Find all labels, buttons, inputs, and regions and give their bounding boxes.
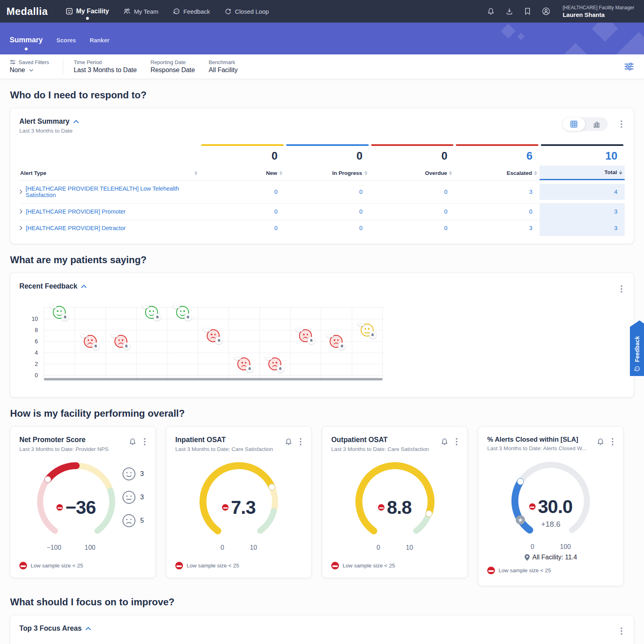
cell-new[interactable]: 0 [200, 220, 285, 236]
alert-card-menu-icon[interactable] [619, 119, 624, 129]
comment-bubble-icon[interactable]: ··· [204, 326, 211, 332]
comment-bubble-icon[interactable]: ··· [234, 355, 241, 360]
user-info[interactable]: [HEALTHCARE] Facility Manager Lauren Sha… [563, 5, 634, 18]
sort-icon[interactable] [449, 171, 452, 175]
sort-icon[interactable] [279, 171, 283, 175]
nav-my-team[interactable]: My Team [123, 0, 158, 23]
comment-bubble-icon[interactable]: ··· [173, 303, 180, 308]
table-view-button[interactable] [563, 117, 585, 131]
cell-total[interactable]: 4 [540, 184, 625, 200]
feedback-point-negative[interactable]: ··· [114, 335, 127, 348]
nav-closed-loop[interactable]: Closed Loop [224, 0, 269, 23]
card-menu-icon[interactable] [142, 436, 147, 447]
cell-overdue[interactable]: 0 [370, 204, 455, 220]
comment-bubble-icon[interactable]: ··· [81, 332, 88, 337]
card-menu-icon[interactable] [610, 436, 615, 447]
chart-view-button[interactable] [585, 117, 608, 131]
col-in-progress[interactable]: In Progress [285, 166, 370, 180]
sort-icon[interactable] [619, 170, 622, 175]
alert-bell-icon[interactable] [61, 314, 69, 321]
collapse-chevron-up-icon[interactable] [85, 627, 91, 630]
feedback-point-negative[interactable]: ··· [299, 329, 312, 342]
cell-total[interactable]: 3 [540, 220, 625, 236]
account-icon[interactable] [542, 7, 551, 16]
alert-bell-icon[interactable] [338, 343, 345, 350]
alert-type-link[interactable]: [HEALTHCARE PROVIDER] Promoter [19, 204, 200, 220]
expand-chevron-right-icon[interactable] [19, 226, 23, 231]
low-sample-icon [529, 503, 536, 510]
tab-ranker[interactable]: Ranker [89, 37, 109, 44]
feedback-point-negative[interactable]: ··· [237, 357, 250, 370]
cell-total[interactable]: 3 [540, 204, 625, 220]
focus-card-menu-icon[interactable] [619, 626, 624, 636]
alert-bell-icon[interactable] [440, 438, 449, 446]
comment-bubble-icon[interactable]: ··· [265, 355, 272, 360]
feedback-point-negative[interactable]: ··· [207, 329, 220, 342]
alert-bell-icon[interactable] [596, 438, 605, 446]
card-menu-icon[interactable] [454, 436, 459, 447]
card-menu-icon[interactable] [298, 436, 303, 447]
comment-bubble-icon[interactable]: ··· [111, 332, 118, 337]
tab-summary[interactable]: Summary [10, 36, 43, 44]
alert-bell-icon[interactable] [123, 343, 130, 350]
sort-icon[interactable] [194, 171, 197, 175]
alert-type-link[interactable]: [HEALTHCARE PROVIDER] Detractor [19, 220, 200, 236]
alert-bell-icon[interactable] [92, 343, 100, 350]
comment-bubble-icon[interactable]: ··· [326, 332, 334, 337]
cell-escalated[interactable]: 0 [455, 204, 540, 220]
expand-chevron-right-icon[interactable] [19, 209, 23, 214]
download-icon[interactable] [505, 7, 513, 15]
nav-my-facility[interactable]: My Facility [66, 0, 109, 23]
feedback-point-negative[interactable]: ··· [330, 335, 343, 348]
cell-in-progress[interactable]: 0 [285, 204, 370, 220]
cell-in-progress[interactable]: 0 [285, 184, 370, 200]
alert-bell-icon[interactable] [154, 314, 161, 321]
alert-bell-icon[interactable] [277, 365, 284, 372]
cell-in-progress[interactable]: 0 [285, 220, 370, 236]
alert-bell-icon[interactable] [369, 331, 376, 339]
notifications-bell-icon[interactable] [487, 7, 495, 15]
comment-bubble-icon[interactable]: ··· [357, 321, 365, 326]
col-overdue[interactable]: Overdue [370, 166, 455, 180]
saved-filters-group[interactable]: Saved Filters None [10, 59, 49, 74]
alert-bell-icon[interactable] [246, 365, 253, 372]
cell-escalated[interactable]: 3 [455, 220, 540, 236]
expand-chevron-right-icon[interactable] [19, 189, 23, 194]
alert-bell-icon[interactable] [129, 438, 137, 446]
feedback-point-positive[interactable]: ··· [176, 306, 189, 319]
benchmark-group[interactable]: Benchmark All Facility [209, 59, 238, 74]
comment-bubble-icon[interactable]: ··· [142, 303, 149, 308]
alert-bell-icon[interactable] [215, 337, 222, 344]
time-period-group[interactable]: Time Period Last 3 Months to Date [74, 59, 137, 74]
reporting-date-group[interactable]: Reporting Date Response Date [150, 59, 195, 74]
alert-bell-icon[interactable] [307, 337, 315, 344]
feedback-point-positive[interactable]: ··· [145, 306, 158, 319]
feedback-side-tab[interactable]: Feedback [630, 320, 644, 376]
sort-icon[interactable] [364, 171, 368, 175]
col-total[interactable]: Total [540, 166, 625, 180]
feedback-point-negative[interactable]: ··· [268, 357, 281, 370]
cell-escalated[interactable]: 3 [455, 184, 540, 200]
bookmark-icon[interactable] [524, 7, 531, 15]
cell-overdue[interactable]: 0 [370, 220, 455, 236]
cell-new[interactable]: 0 [200, 204, 285, 220]
alert-type-link[interactable]: [HEALTHCARE PROVIDER TELEHEALTH] Low Tel… [19, 181, 200, 203]
sort-icon[interactable] [534, 171, 537, 175]
cell-new[interactable]: 0 [200, 184, 285, 200]
feedback-point-neutral[interactable]: ··· [361, 324, 374, 337]
saved-filters-value[interactable]: None [10, 66, 49, 74]
comment-bubble-icon[interactable]: ··· [296, 326, 303, 332]
col-alert-type[interactable]: Alert Type [19, 166, 200, 180]
feedback-point-negative[interactable]: ··· [84, 335, 97, 348]
alert-bell-icon[interactable] [185, 314, 192, 321]
filter-settings-icon[interactable] [624, 62, 634, 71]
alert-bell-icon[interactable] [285, 438, 293, 446]
collapse-chevron-up-icon[interactable] [73, 120, 79, 123]
feedback-point-positive[interactable]: ··· [53, 306, 66, 319]
col-escalated[interactable]: Escalated [455, 166, 540, 180]
nav-feedback[interactable]: Feedback [173, 0, 210, 23]
comment-bubble-icon[interactable]: ··· [50, 303, 57, 308]
tab-scores[interactable]: Scores [56, 37, 76, 44]
col-new[interactable]: New [200, 166, 285, 180]
cell-overdue[interactable]: 0 [370, 184, 455, 200]
